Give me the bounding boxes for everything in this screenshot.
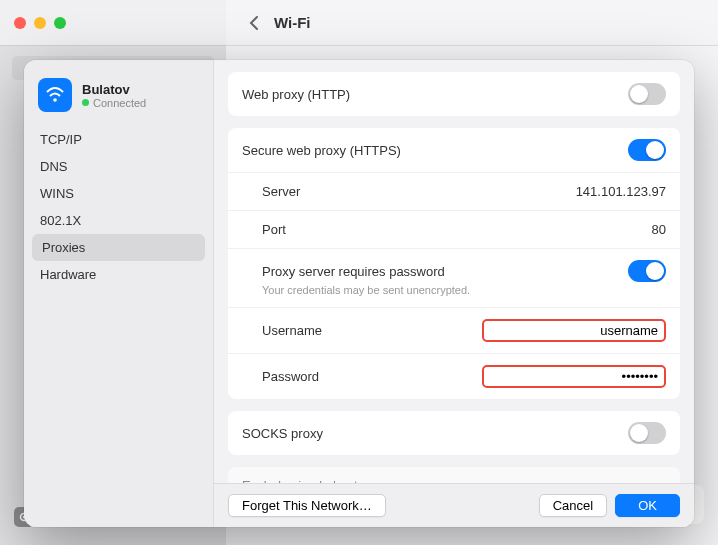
back-button[interactable] [242,12,264,34]
auth-row: Proxy server requires password Your cred… [228,249,680,308]
web-proxy-toggle[interactable] [628,83,666,105]
https-proxy-label: Secure web proxy (HTTPS) [242,143,401,158]
status-dot-icon [82,99,89,106]
exclude-row: Exclude simple hostnames [228,467,680,483]
auth-subtext: Your credentials may be sent unencrypted… [262,284,470,296]
port-value[interactable]: 80 [652,222,666,237]
server-row: Server 141.101.123.97 [228,173,680,211]
cancel-button[interactable]: Cancel [539,494,607,517]
modal-sidebar: Bulatov Connected TCP/IP DNS WINS 802.1X… [24,60,214,527]
socks-toggle[interactable] [628,422,666,444]
web-proxy-group: Web proxy (HTTP) [228,72,680,116]
tab-proxies[interactable]: Proxies [32,234,205,261]
username-label: Username [262,323,322,338]
close-icon[interactable] [14,17,26,29]
socks-proxy-group: SOCKS proxy [228,411,680,455]
settings-scroll[interactable]: Web proxy (HTTP) Secure web proxy (HTTPS… [214,60,694,483]
header-bar: Wi-Fi [226,0,718,46]
socks-row: SOCKS proxy [228,411,680,455]
username-row: Username [228,308,680,354]
username-field[interactable] [482,319,666,342]
network-status: Connected [82,97,146,109]
password-field[interactable] [482,365,666,388]
proxy-settings-modal: Bulatov Connected TCP/IP DNS WINS 802.1X… [24,60,694,527]
port-label: Port [262,222,286,237]
tab-wins[interactable]: WINS [24,180,213,207]
network-name: Bulatov [82,82,146,97]
auth-label: Proxy server requires password [262,264,445,279]
server-label: Server [262,184,300,199]
password-input[interactable] [490,369,658,384]
modal-footer: Forget This Network… Cancel OK [214,483,694,527]
tab-8021x[interactable]: 802.1X [24,207,213,234]
ok-button[interactable]: OK [615,494,680,517]
password-row: Password [228,354,680,399]
server-value[interactable]: 141.101.123.97 [576,184,666,199]
minimize-icon[interactable] [34,17,46,29]
traffic-lights [14,17,66,29]
https-proxy-group: Secure web proxy (HTTPS) Server 141.101.… [228,128,680,399]
auth-toggle[interactable] [628,260,666,282]
tab-hardware[interactable]: Hardware [24,261,213,288]
exclude-group: Exclude simple hostnames [228,467,680,483]
socks-label: SOCKS proxy [242,426,323,441]
svg-point-4 [53,98,57,102]
password-label: Password [262,369,319,384]
tab-dns[interactable]: DNS [24,153,213,180]
https-proxy-row: Secure web proxy (HTTPS) [228,128,680,173]
zoom-icon[interactable] [54,17,66,29]
exclude-label: Exclude simple hostnames [242,478,397,483]
web-proxy-row: Web proxy (HTTP) [228,72,680,116]
port-row: Port 80 [228,211,680,249]
modal-main: Web proxy (HTTP) Secure web proxy (HTTPS… [214,60,694,527]
web-proxy-label: Web proxy (HTTP) [242,87,350,102]
wifi-icon [38,78,72,112]
username-input[interactable] [490,323,658,338]
network-header: Bulatov Connected [24,72,213,126]
tab-tcpip[interactable]: TCP/IP [24,126,213,153]
https-proxy-toggle[interactable] [628,139,666,161]
forget-network-button[interactable]: Forget This Network… [228,494,386,517]
page-title: Wi-Fi [274,14,311,31]
